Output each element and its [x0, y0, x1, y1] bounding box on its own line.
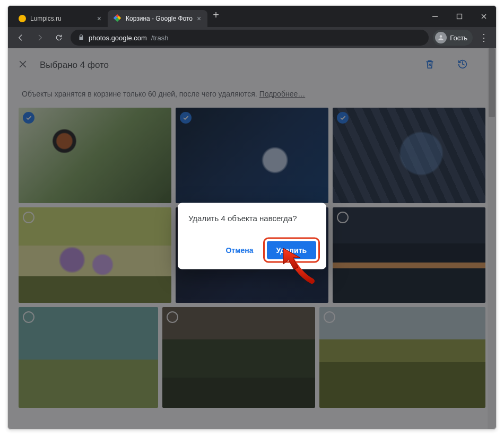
window-maximize-button[interactable] — [447, 6, 472, 27]
nav-forward-button[interactable] — [32, 30, 47, 45]
new-tab-button[interactable]: + — [207, 9, 224, 24]
address-bar[interactable]: photos.google.com/trash — [71, 30, 429, 46]
url-path: /trash — [151, 34, 169, 42]
nav-reload-button[interactable] — [51, 30, 66, 45]
browser-window: Lumpics.ru × Корзина - Google Фото × + — [7, 5, 497, 430]
window-close-button[interactable] — [472, 6, 496, 27]
delete-button[interactable]: Удалить — [267, 241, 316, 259]
lock-icon — [78, 34, 84, 42]
tab-google-photos[interactable]: Корзина - Google Фото × — [108, 10, 207, 27]
tab-strip: Lumpics.ru × Корзина - Google Фото × + — [8, 6, 496, 27]
cancel-button[interactable]: Отмена — [218, 242, 260, 259]
profile-label: Гость — [450, 34, 467, 42]
favicon-google-photos — [114, 15, 121, 22]
close-tab-icon[interactable]: × — [97, 15, 101, 22]
tab-label: Lumpics.ru — [30, 15, 62, 22]
browser-menu-button[interactable]: ⋮ — [477, 32, 491, 43]
annotation-highlight: Удалить — [263, 238, 320, 263]
svg-rect-0 — [457, 14, 462, 19]
window-minimize-button[interactable] — [423, 6, 447, 27]
dialog-title: Удалить 4 объекта навсегда? — [188, 214, 320, 238]
window-controls — [423, 6, 496, 27]
url-domain: photos.google.com — [89, 34, 147, 42]
nav-back-button[interactable] — [13, 30, 28, 45]
avatar-icon — [435, 32, 447, 43]
favicon-lumpics — [19, 15, 26, 22]
dialog-actions: Отмена Удалить — [188, 238, 320, 263]
tab-label: Корзина - Google Фото — [126, 15, 193, 22]
page-viewport: Выбрано 4 фото Объекты хранятся в корзин… — [8, 48, 496, 429]
profile-button[interactable]: Гость — [433, 30, 473, 46]
tab-lumpics[interactable]: Lumpics.ru × — [12, 10, 108, 27]
browser-toolbar: photos.google.com/trash Гость ⋮ — [8, 27, 496, 48]
confirm-delete-dialog: Удалить 4 объекта навсегда? Отмена Удали… — [178, 203, 326, 269]
close-tab-icon[interactable]: × — [197, 15, 201, 22]
